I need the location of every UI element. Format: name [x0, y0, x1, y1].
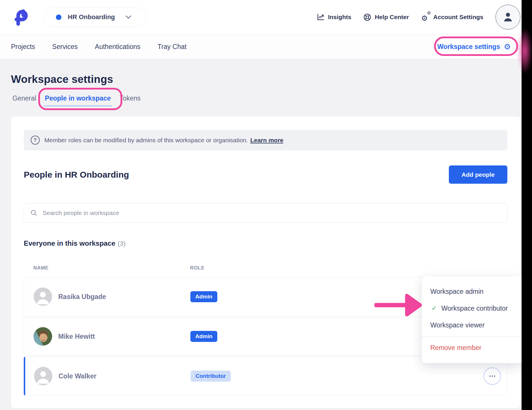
search-box[interactable] [24, 203, 507, 223]
add-people-button[interactable]: Add people [449, 165, 507, 184]
menu-item-workspace-admin[interactable]: Workspace admin [422, 283, 522, 300]
role-badge: Admin [190, 291, 217, 302]
menu-item-label: Workspace contributor [441, 305, 508, 312]
insights-link[interactable]: Insights [317, 13, 351, 21]
column-name: NAME [33, 265, 190, 271]
topbar-right: Insights Help Center ⚙ ⚙ Account Sett [317, 5, 520, 30]
column-role: ROLE [190, 265, 205, 271]
nav-item-tray-chat[interactable]: Tray Chat [158, 43, 187, 51]
topbar: HR Onboarding Insights [0, 0, 522, 34]
menu-item-label: Workspace viewer [430, 321, 484, 329]
member-count: (3) [118, 240, 125, 247]
workspace-settings-link[interactable]: Workspace settings ⚙ [437, 43, 511, 51]
workspace-settings-label: Workspace settings [437, 43, 500, 51]
page-title: Workspace settings [11, 73, 113, 85]
role-badge: Contributor [191, 371, 231, 382]
chevron-down-icon [125, 15, 131, 19]
workspace-selector-label: HR Onboarding [68, 13, 115, 21]
account-settings-label: Account Settings [433, 14, 483, 21]
member-name: Mike Hewitt [58, 333, 190, 340]
row-actions-button[interactable]: ••• [484, 367, 501, 385]
active-tab-underline [44, 105, 112, 106]
tab-people-label: People in workspace [45, 94, 111, 102]
tabs: General People in workspace Tokens [11, 94, 142, 102]
avatar-photo [34, 327, 52, 346]
banner-text: Member roles can be modified by admins o… [44, 137, 248, 144]
menu-divider [422, 336, 522, 337]
help-center-link[interactable]: Help Center [363, 13, 409, 21]
avatar-placeholder [34, 287, 52, 306]
learn-more-link[interactable]: Learn more [250, 137, 283, 144]
person-icon [503, 12, 513, 22]
nav-item-services[interactable]: Services [52, 43, 78, 51]
menu-item-label: Workspace admin [430, 288, 484, 296]
role-badge: Admin [190, 331, 217, 342]
insights-label: Insights [328, 14, 351, 21]
tab-general[interactable]: General [11, 94, 37, 102]
nav-item-projects[interactable]: Projects [11, 43, 35, 51]
account-settings-link[interactable]: ⚙ ⚙ Account Settings [421, 13, 483, 21]
section-header: People in HR Onboarding Add people [24, 165, 507, 184]
tab-people-in-workspace[interactable]: People in workspace [44, 94, 112, 102]
check-icon: ✓ [431, 305, 441, 312]
table-column-headers: NAME ROLE [24, 265, 507, 271]
tray-logo-icon [11, 8, 30, 27]
gears-icon: ⚙ ⚙ [421, 13, 430, 21]
menu-item-remove-member[interactable]: Remove member [422, 340, 522, 356]
workspace-selector[interactable]: HR Onboarding [44, 7, 146, 27]
people-card: ? Member roles can be modified by admins… [11, 116, 520, 408]
screenshot-stage: HR Onboarding Insights [0, 0, 532, 410]
chart-icon [317, 13, 325, 21]
search-icon [30, 209, 37, 216]
menu-item-workspace-viewer[interactable]: Workspace viewer [422, 317, 522, 334]
user-avatar-button[interactable] [495, 5, 520, 30]
gear-icon: ⚙ [504, 43, 511, 51]
menu-item-workspace-contributor[interactable]: ✓ Workspace contributor [422, 300, 522, 317]
help-center-label: Help Center [375, 14, 409, 21]
nav-items: Projects Services Authentications Tray C… [11, 43, 187, 51]
lifebuoy-icon [363, 13, 371, 21]
avatar-placeholder [34, 367, 52, 385]
info-banner: ? Member roles can be modified by admins… [24, 130, 507, 150]
member-name: Cole Walker [59, 372, 191, 380]
nav-item-authentications[interactable]: Authentications [95, 43, 140, 51]
list-heading: Everyone in this workspace(3) [24, 239, 507, 247]
navbar: Projects Services Authentications Tray C… [0, 34, 522, 59]
workspace-status-dot [56, 14, 61, 20]
question-circle-icon: ? [31, 136, 40, 145]
ellipsis-icon: ••• [489, 374, 496, 378]
member-name: Rasika Ubgade [58, 293, 190, 301]
list-heading-label: Everyone in this workspace [24, 239, 115, 247]
search-input[interactable] [42, 209, 501, 217]
tab-tokens[interactable]: Tokens [118, 94, 142, 102]
role-context-menu: Workspace admin ✓ Workspace contributor … [422, 277, 522, 363]
section-title: People in HR Onboarding [24, 170, 129, 180]
